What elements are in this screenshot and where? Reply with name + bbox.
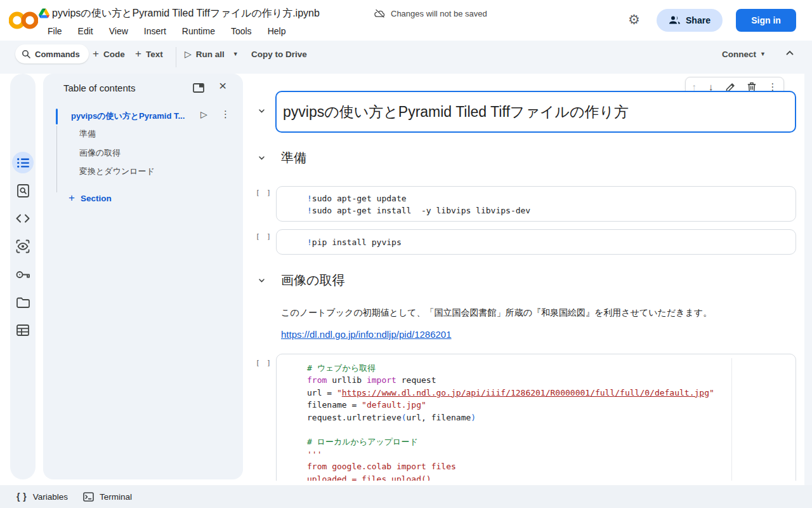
plus-icon: + — [93, 49, 99, 59]
files-folder-icon[interactable] — [15, 295, 30, 310]
close-panel-icon[interactable]: × — [219, 78, 226, 93]
terminal-icon — [83, 492, 94, 502]
run-all-dropdown-icon[interactable]: ▼ — [233, 51, 239, 57]
secrets-key-icon[interactable] — [15, 267, 30, 282]
run-section-icon[interactable]: ▷ — [200, 109, 207, 119]
scan-eye-icon[interactable] — [15, 239, 30, 254]
people-icon — [669, 16, 681, 25]
add-section-button[interactable]: + Section — [69, 192, 112, 204]
search-icon — [22, 50, 30, 58]
plus-icon: + — [135, 49, 141, 59]
toolbar-divider — [176, 47, 176, 67]
sign-in-label: Sign in — [751, 15, 781, 25]
toc-panel-title: Table of contents — [63, 83, 135, 93]
connect-dropdown-icon[interactable]: ▼ — [760, 51, 766, 57]
menu-item-edit[interactable]: Edit — [78, 26, 93, 36]
commands-button[interactable]: Commands — [15, 44, 89, 64]
drive-icon — [39, 8, 49, 18]
code-cell-pip[interactable]: !pip install pyvips — [276, 229, 796, 255]
colab-window: pyvipsの使い方とPyramid Tiled Tiffファイルの作り方.ip… — [0, 0, 812, 508]
code-editor[interactable]: !sudo apt-get update!sudo apt-get instal… — [277, 187, 796, 217]
section-more-icon[interactable]: ⋮ — [221, 109, 230, 120]
menu-item-view[interactable]: View — [109, 26, 128, 36]
notebook-h1: pyvipsの使い方とPyramid Tiled Tiffファイルの作り方 — [277, 102, 629, 122]
scroll-gutter[interactable] — [804, 74, 812, 485]
add-code-label: Code — [103, 50, 125, 59]
terminal-button[interactable]: Terminal — [83, 492, 132, 502]
connect-button[interactable]: Connect ▼ — [722, 44, 766, 64]
add-text-label: Text — [146, 50, 163, 59]
terminal-label: Terminal — [100, 492, 132, 502]
play-icon: ▷ — [185, 49, 192, 59]
toc-item-active[interactable]: pyvipsの使い方とPyramid T... — [71, 110, 198, 122]
code-editor[interactable]: !pip install pyvips — [277, 230, 796, 248]
code-cell-apt[interactable]: !sudo apt-get update!sudo apt-get instal… — [276, 186, 796, 222]
menu-item-insert[interactable]: Insert — [144, 26, 166, 36]
find-and-replace-icon[interactable] — [15, 183, 30, 198]
notebook-canvas: ↑ ↓ ⋮ pyvipsの使い方とPyramid Tiled Tiffファイルの… — [249, 74, 804, 481]
add-code-button[interactable]: + Code — [93, 44, 125, 64]
notebook-title[interactable]: pyvipsの使い方とPyramid Tiled Tiffファイルの作り方.ip… — [52, 7, 320, 20]
sign-in-button[interactable]: Sign in — [736, 9, 796, 32]
data-table-icon[interactable] — [15, 323, 30, 338]
notebook-toolbar: Commands + Code + Text ▷ Run all ▼ Copy … — [0, 41, 812, 74]
left-icon-rail — [10, 74, 36, 479]
collapse-header-icon[interactable] — [785, 50, 794, 56]
plus-icon: + — [69, 192, 75, 204]
section-heading-junbi: 準備 — [281, 149, 306, 166]
toc-item-junbi[interactable]: 準備 — [79, 128, 96, 140]
commands-label: Commands — [35, 50, 80, 59]
menu-item-file[interactable]: File — [48, 26, 62, 36]
save-status-text: Changes will not be saved — [391, 9, 487, 18]
menu-item-help[interactable]: Help — [268, 26, 286, 36]
indent-guide — [56, 126, 57, 192]
add-section-label: Section — [81, 194, 112, 203]
collapse-section-icon[interactable] — [258, 154, 266, 162]
share-label: Share — [686, 15, 710, 25]
code-cell-fetch[interactable]: # ウェブから取得from urllib import requesturl =… — [276, 354, 796, 481]
add-text-button[interactable]: + Text — [135, 44, 163, 64]
run-cell-gutter[interactable]: [ ] — [256, 359, 272, 367]
menu-bar: File Edit View Insert Runtime Tools Help — [48, 26, 285, 36]
colab-logo-icon[interactable] — [9, 10, 38, 30]
share-button[interactable]: Share — [657, 9, 723, 32]
copy-to-drive-button[interactable]: Copy to Drive — [251, 44, 307, 64]
run-all-label: Run all — [196, 50, 225, 59]
settings-gear-icon[interactable]: ⚙ — [628, 12, 640, 27]
toc-item-henkan-download[interactable]: 変換とダウンロード — [79, 166, 155, 177]
variables-button[interactable]: { } Variables — [16, 491, 68, 502]
collapse-title-icon[interactable] — [258, 107, 266, 115]
menu-item-runtime[interactable]: Runtime — [182, 26, 215, 36]
ndl-link[interactable]: https://dl.ndl.go.jp/info:ndljp/pid/1286… — [281, 329, 452, 340]
table-of-contents-panel: Table of contents × pyvipsの使い方とPyramid T… — [43, 74, 243, 479]
markdown-title-cell[interactable]: pyvipsの使い方とPyramid Tiled Tiffファイルの作り方 — [275, 91, 796, 133]
collapse-section-icon[interactable] — [258, 276, 266, 284]
run-cell-gutter[interactable]: [ ] — [256, 189, 272, 197]
copy-to-drive-label: Copy to Drive — [251, 50, 307, 59]
toc-item-gazou-shutoku[interactable]: 画像の取得 — [79, 147, 121, 159]
status-bar: { } Variables Terminal — [0, 485, 812, 508]
run-cell-gutter[interactable]: [ ] — [256, 232, 272, 241]
table-of-contents-icon[interactable] — [15, 155, 30, 170]
code-editor[interactable]: # ウェブから取得from urllib import requesturl =… — [277, 354, 796, 481]
active-item-indicator — [56, 109, 58, 124]
run-all-button[interactable]: ▷ Run all ▼ — [185, 44, 239, 64]
menu-item-tools[interactable]: Tools — [231, 26, 252, 36]
code-snippets-icon[interactable] — [15, 211, 30, 226]
markdown-paragraph: このノートブックの初期値として、「国立国会図書館」所蔵の『和泉国絵図』を利用させ… — [281, 307, 712, 319]
section-heading-gazou: 画像の取得 — [281, 272, 344, 289]
variables-label: Variables — [33, 492, 68, 502]
editor-ruler — [731, 358, 732, 481]
cloud-off-icon — [374, 8, 386, 19]
braces-icon: { } — [16, 491, 27, 502]
header: pyvipsの使い方とPyramid Tiled Tiffファイルの作り方.ip… — [0, 0, 812, 41]
open-in-tab-icon[interactable] — [193, 83, 204, 93]
connect-label: Connect — [722, 50, 756, 59]
